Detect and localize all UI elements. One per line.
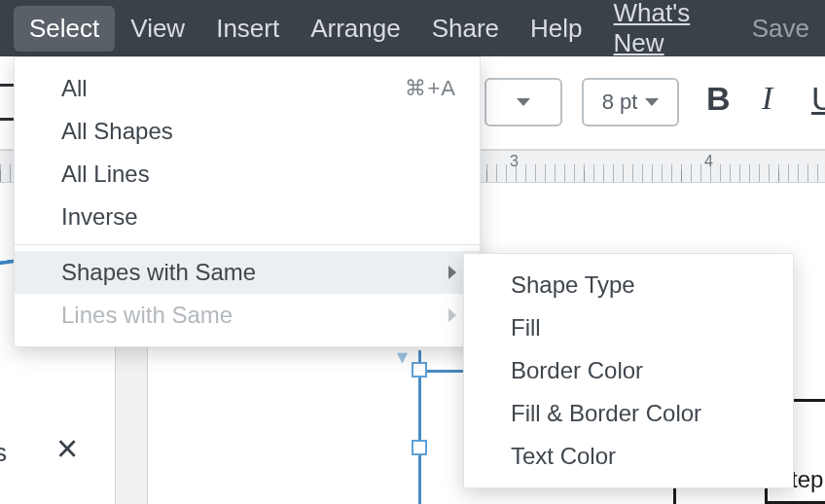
menu-item-label: Shapes with Same <box>61 259 256 286</box>
underline-button[interactable]: U <box>811 80 825 118</box>
ruler-mark: 4 <box>700 151 713 182</box>
submenu-item-shape-type[interactable]: Shape Type <box>464 264 793 306</box>
menu-item-all-lines[interactable]: All Lines <box>15 153 480 196</box>
close-icon[interactable]: × <box>56 428 78 470</box>
menu-item-label: Fill <box>511 314 541 342</box>
font-size-dropdown[interactable]: 8 pt <box>582 78 679 126</box>
shapes-with-same-submenu: Shape Type Fill Border Color Fill & Bord… <box>463 253 794 488</box>
menu-item-label: All Lines <box>61 161 150 188</box>
menu-item-label: Shape Type <box>511 271 635 299</box>
submenu-item-fill-border-color[interactable]: Fill & Border Color <box>464 392 793 435</box>
menu-item-label: Inverse <box>61 203 138 231</box>
menu-item-all[interactable]: All ⌘+A <box>15 67 480 110</box>
sidebar-letter: s <box>0 438 7 468</box>
menu-item-shapes-with-same[interactable]: Shapes with Same <box>15 251 480 294</box>
submenu-item-fill[interactable]: Fill <box>464 306 793 349</box>
menu-item-all-shapes[interactable]: All Shapes <box>15 110 480 153</box>
chevron-right-icon <box>448 266 456 279</box>
menu-item-lines-with-same: Lines with Same <box>15 294 480 337</box>
menubar: Select View Insert Arrange Share Help Wh… <box>0 0 825 56</box>
menu-arrange[interactable]: Arrange <box>295 6 416 52</box>
menu-item-label: Fill & Border Color <box>511 400 701 427</box>
submenu-item-border-color[interactable]: Border Color <box>464 349 793 392</box>
italic-button[interactable]: I <box>762 80 772 117</box>
menu-item-label: All <box>61 75 88 102</box>
menu-view[interactable]: View <box>115 6 200 52</box>
font-family-dropdown[interactable] <box>484 78 562 126</box>
menu-item-label: Lines with Same <box>61 302 233 329</box>
menu-item-label: Border Color <box>511 357 643 384</box>
menu-item-label: Text Color <box>511 443 616 470</box>
selection-handle[interactable] <box>412 440 427 455</box>
menu-select[interactable]: Select <box>14 6 115 52</box>
menu-item-label: All Shapes <box>61 118 173 145</box>
menu-help[interactable]: Help <box>515 6 597 52</box>
chevron-down-icon <box>645 98 659 106</box>
bold-button[interactable]: B <box>706 80 731 118</box>
menu-share[interactable]: Share <box>416 6 515 52</box>
menu-item-inverse[interactable]: Inverse <box>15 196 480 238</box>
chevron-down-icon <box>517 98 530 106</box>
menu-save[interactable]: Save <box>736 6 825 52</box>
select-dropdown-menu: All ⌘+A All Shapes All Lines Inverse Sha… <box>14 56 481 347</box>
chevron-right-icon <box>448 308 456 322</box>
submenu-item-text-color[interactable]: Text Color <box>464 435 793 478</box>
menu-separator <box>15 244 480 245</box>
selection-handle[interactable] <box>412 362 427 378</box>
menu-shortcut: ⌘+A <box>405 76 456 101</box>
font-size-value: 8 pt <box>602 90 638 115</box>
menu-insert[interactable]: Insert <box>200 6 295 52</box>
connector-arrow-icon: ▾ <box>397 344 408 370</box>
ruler-mark: 3 <box>506 151 519 182</box>
